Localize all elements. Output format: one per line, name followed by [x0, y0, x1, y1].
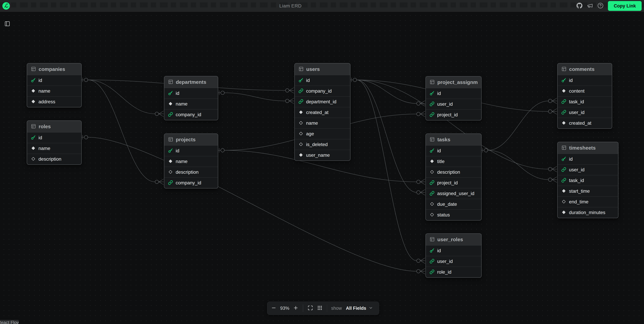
table-header[interactable]: project_assignme…	[426, 77, 481, 88]
table-header[interactable]: departments	[164, 76, 218, 88]
table-header[interactable]: timesheets	[558, 142, 618, 154]
field-row-tasks-assigned_user_id[interactable]: assigned_user_id	[426, 188, 481, 199]
field-label: status	[437, 212, 450, 218]
field-row-user_roles-role_id[interactable]: role_id	[426, 267, 481, 277]
diamond-open-icon	[298, 120, 303, 126]
table-node-roles[interactable]: rolesidnamedescription	[27, 120, 82, 165]
field-row-comments-task_id[interactable]: task_id	[558, 96, 612, 107]
field-row-comments-user_id[interactable]: user_id	[558, 107, 612, 118]
field-row-project_assignments-id[interactable]: id	[426, 88, 481, 99]
field-row-timesheets-task_id[interactable]: task_id	[558, 175, 618, 186]
field-row-roles-description[interactable]: description	[27, 154, 81, 164]
table-node-users[interactable]: usersidcompany_iddepartment_idcreated_at…	[294, 63, 350, 161]
field-row-tasks-project_id[interactable]: project_id	[426, 178, 481, 188]
field-row-user_roles-user_id[interactable]: user_id	[426, 256, 481, 267]
show-label: show	[331, 306, 342, 311]
table-header[interactable]: roles	[27, 121, 81, 132]
field-row-roles-id[interactable]: id	[27, 132, 81, 143]
field-row-project_assignments-project_id[interactable]: project_id	[426, 109, 481, 120]
table-node-departments[interactable]: departmentsidnamecompany_id	[164, 76, 218, 120]
release-notes-button[interactable]	[586, 2, 594, 10]
table-header[interactable]: users	[295, 63, 350, 75]
table-header[interactable]: user_roles	[426, 234, 481, 245]
field-row-departments-id[interactable]: id	[164, 88, 218, 99]
field-label: user_id	[437, 259, 453, 264]
field-row-timesheets-start_time[interactable]: start_time	[558, 186, 618, 197]
field-row-projects-company_id[interactable]: company_id	[164, 178, 218, 188]
field-row-users-user_name[interactable]: user_name	[295, 150, 350, 160]
field-row-companies-address[interactable]: address	[27, 96, 81, 107]
help-button[interactable]	[596, 2, 605, 10]
field-row-timesheets-duration_minutes[interactable]: duration_minutes	[558, 207, 618, 218]
field-row-departments-name[interactable]: name	[164, 99, 218, 109]
table-node-projects[interactable]: projectsidnamedescriptioncompany_id	[164, 133, 218, 189]
table-icon	[430, 79, 435, 85]
link-icon	[561, 99, 566, 105]
field-row-users-is_deleted[interactable]: is_deleted	[295, 139, 350, 150]
liam-logo[interactable]: ℒ	[2, 2, 10, 10]
sidebar-toggle-button[interactable]	[4, 20, 11, 28]
grid-dots-icon	[317, 305, 322, 311]
field-row-timesheets-id[interactable]: id	[558, 154, 618, 164]
diamond-filled-icon	[298, 152, 303, 158]
field-row-user_roles-id[interactable]: id	[426, 245, 481, 256]
table-header[interactable]: companies	[27, 63, 81, 75]
field-row-tasks-description[interactable]: description	[426, 167, 481, 178]
table-title: roles	[38, 124, 51, 129]
field-row-users-company_id[interactable]: company_id	[295, 86, 350, 96]
field-row-tasks-id[interactable]: id	[426, 145, 481, 156]
diamond-filled-icon	[168, 101, 173, 107]
field-row-companies-id[interactable]: id	[27, 75, 81, 86]
field-row-users-age[interactable]: age	[295, 128, 350, 139]
field-row-timesheets-user_id[interactable]: user_id	[558, 164, 618, 175]
field-row-users-department_id[interactable]: department_id	[295, 96, 350, 107]
field-label: department_id	[306, 99, 336, 104]
field-row-timesheets-end_time[interactable]: end_time	[558, 197, 618, 207]
fields-filter-dropdown[interactable]: All Fields	[344, 303, 375, 313]
fit-view-button[interactable]	[306, 303, 315, 313]
field-row-comments-id[interactable]: id	[558, 75, 612, 86]
table-title: project_assignme…	[437, 79, 478, 85]
github-button[interactable]	[575, 2, 584, 10]
field-row-users-name[interactable]: name	[295, 118, 350, 128]
field-row-project_assignments-user_id[interactable]: user_id	[426, 99, 481, 109]
erd-canvas[interactable]: companiesidnameaddressrolesidnamedescrip…	[0, 12, 644, 324]
field-row-companies-name[interactable]: name	[27, 86, 81, 96]
table-node-tasks[interactable]: tasksidtitledescriptionproject_idassigne…	[426, 133, 482, 221]
copy-link-button[interactable]: Copy Link	[608, 1, 642, 11]
field-label: due_date	[437, 202, 457, 207]
field-row-projects-description[interactable]: description	[164, 167, 218, 178]
field-row-tasks-title[interactable]: title	[426, 156, 481, 167]
field-row-comments-content[interactable]: content	[558, 86, 612, 96]
field-row-roles-name[interactable]: name	[27, 143, 81, 154]
field-row-projects-id[interactable]: id	[164, 145, 218, 156]
zoom-in-button[interactable]	[291, 303, 300, 313]
tidy-up-button[interactable]	[315, 303, 324, 313]
link-icon	[430, 191, 434, 197]
field-row-comments-created_at[interactable]: created_at	[558, 118, 612, 128]
field-row-tasks-due_date[interactable]: due_date	[426, 199, 481, 210]
minus-icon	[271, 305, 276, 311]
table-header[interactable]: comments	[558, 63, 612, 75]
table-node-user_roles[interactable]: user_rolesiduser_idrole_id	[426, 233, 482, 278]
field-label: user_name	[306, 152, 330, 158]
key-icon	[168, 148, 173, 154]
table-node-timesheets[interactable]: timesheetsiduser_idtask_idstart_timeend_…	[557, 142, 618, 218]
table-title: companies	[38, 66, 65, 72]
table-node-companies[interactable]: companiesidnameaddress	[27, 63, 82, 107]
table-title: timesheets	[569, 145, 596, 151]
table-header[interactable]: tasks	[426, 134, 481, 145]
field-label: description	[176, 170, 198, 175]
field-row-projects-name[interactable]: name	[164, 156, 218, 167]
field-label: task_id	[569, 178, 584, 183]
table-header[interactable]: projects	[164, 134, 218, 145]
field-row-tasks-status[interactable]: status	[426, 210, 481, 220]
table-node-project_assignments[interactable]: project_assignme…iduser_idproject_id	[426, 76, 482, 120]
table-node-comments[interactable]: commentsidcontenttask_iduser_idcreated_a…	[557, 63, 612, 129]
field-row-users-created_at[interactable]: created_at	[295, 107, 350, 118]
field-row-departments-company_id[interactable]: company_id	[164, 109, 218, 120]
zoom-out-button[interactable]	[269, 303, 278, 313]
field-row-users-id[interactable]: id	[295, 75, 350, 86]
react-flow-attribution[interactable]: React Flow	[0, 320, 19, 324]
field-label: title	[437, 159, 445, 164]
